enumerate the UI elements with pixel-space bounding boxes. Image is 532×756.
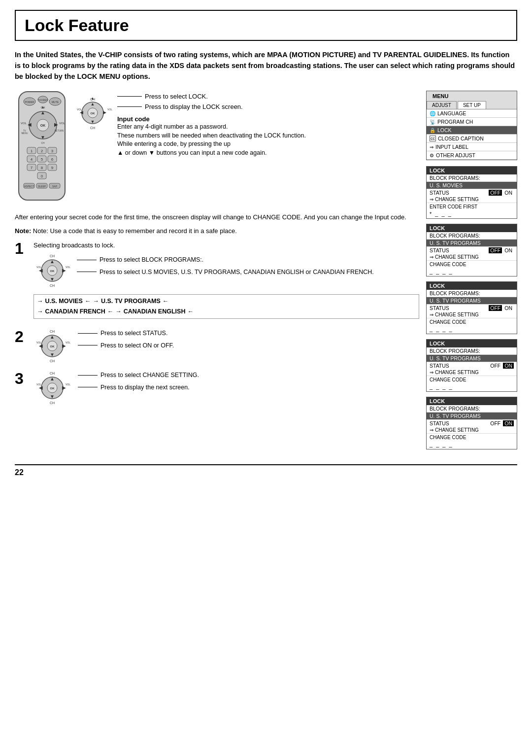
lock-status-label-4: STATUS: [430, 363, 449, 369]
right-arrow-icon-1: →: [37, 297, 43, 306]
svg-text:3: 3: [51, 149, 54, 153]
svg-text:CH: CH: [50, 372, 55, 375]
lock-change-label-1: CHANGE SETTING: [435, 197, 479, 202]
svg-text:MUTE: MUTE: [52, 101, 59, 103]
lock-block-label-5: BLOCK PROGRAMS:: [427, 405, 517, 412]
lock-screens-container: LOCK BLOCK PROGRAMS: U. S. MOVIES STATUS…: [426, 166, 517, 449]
lock-title-1: LOCK: [427, 167, 517, 174]
adjust-icon: ⚙: [430, 153, 434, 158]
svg-text:▲: ▲: [91, 102, 95, 106]
lock-status-row-1: STATUS OFF ON: [427, 189, 517, 196]
lock-code-2: _ _ _ _: [427, 268, 517, 276]
step3-arrow2: Press to display the next screen.: [100, 383, 190, 392]
change-arrow-icon-5: ⇒: [430, 427, 433, 433]
change-arrow-icon-3: ⇒: [430, 312, 433, 317]
svg-text:8: 8: [41, 166, 43, 170]
other-adjust-label: OTHER ADJUST: [436, 152, 475, 158]
top-remote-section: POWER TV/VIDEO MUTE ▲ CH OK VOL ◀: [15, 91, 419, 206]
svg-text:▼: ▼: [40, 135, 45, 140]
full-remote-image: POWER TV/VIDEO MUTE ▲ CH OK VOL ◀: [15, 91, 69, 206]
menu-title: MENU: [430, 92, 451, 100]
lock-block-value-4: U. S. TV PROGRAMS: [427, 355, 517, 362]
svg-text:CH: CH: [50, 284, 55, 287]
step3-arrow1: Press to select CHANGE SETTING.: [100, 371, 199, 380]
down-arrow-icon: ▼: [149, 149, 155, 156]
arrow2-label-p1: Press to display the LOCK screen.: [145, 103, 243, 110]
input-code-text5: buttons you can input a new code again.: [157, 149, 267, 156]
step3-block: 3 CH OK VOL ◀ VOL ▶ ▲ ▼ CH: [15, 371, 419, 407]
svg-text:RETURN: RETURN: [55, 130, 64, 132]
svg-text:CH: CH: [50, 401, 55, 405]
svg-text:▼: ▼: [50, 276, 55, 282]
svg-text:CH: CH: [90, 126, 95, 130]
change-arrow-icon-4: ⇒: [430, 370, 433, 375]
arrow1-label: Press to select LOCK.: [145, 93, 208, 100]
step1-text: Selecting broadcasts to lock.: [33, 241, 419, 250]
svg-text:OK: OK: [40, 124, 46, 127]
svg-text:◀: ◀: [39, 385, 43, 390]
input-label-label: INPUT LABEL: [435, 144, 468, 150]
main-content: POWER TV/VIDEO MUTE ▲ CH OK VOL ◀: [15, 91, 517, 454]
page-title-box: Lock Feature: [15, 10, 517, 41]
up-arrow-icon: ▲: [117, 149, 123, 156]
lock-title-3: LOCK: [427, 282, 517, 290]
lock-change-row-3: ⇒ CHANGE SETTING: [427, 311, 517, 318]
closed-caption-label: CLOSED CAPTION: [438, 136, 484, 141]
right-column: MENU ADJUST SET UP 🌐 LANGUAGE 📡 PROGRAM …: [426, 91, 517, 454]
svg-text:▲: ▲: [91, 96, 95, 101]
lock-status-row-5: STATUS OFF ON: [427, 420, 517, 427]
menu-tab-setup[interactable]: SET UP: [458, 101, 486, 109]
prog-arrows: → U.S. MOVIES ← → U.S. TV PROGRAMS ← → C…: [33, 294, 419, 319]
menu-row-language: 🌐 LANGUAGE: [427, 109, 517, 118]
lock-code-4: _ _ _ _: [427, 383, 517, 391]
step1-arrow1: Press to select BLOCK PROGRAMS:.: [100, 255, 203, 265]
step2-arrow2: Press to select ON or OFF.: [100, 341, 174, 350]
menu-tab-adjust[interactable]: ADJUST: [427, 101, 457, 109]
lock-screen-4: LOCK BLOCK PROGRAMS: U. S. TV PROGRAMS S…: [426, 339, 517, 392]
lock-status-label-3: STATUS: [430, 305, 449, 311]
step1-arrow2: Press to select U.S MOVIES, U.S. TV PROG…: [100, 268, 374, 277]
menu-row-lock: 🔒 LOCK: [427, 126, 517, 135]
lock-status-row-2: STATUS OFF ON: [427, 247, 517, 254]
svg-text:OK: OK: [50, 387, 55, 390]
lock-off-on-3: OFF ON: [489, 305, 514, 311]
lock-title-5: LOCK: [427, 397, 517, 405]
lock-off-4: OFF: [489, 363, 502, 369]
input-code-text3: While entering a code, by pressing the u…: [117, 140, 419, 149]
svg-text:▲: ▲: [50, 259, 55, 264]
lock-change-label-5: CHANGE SETTING: [435, 427, 479, 433]
svg-text:VOL: VOL: [66, 341, 70, 344]
svg-text:1: 1: [31, 149, 33, 153]
menu-header: MENU: [427, 91, 517, 101]
svg-text:ASPECT: ASPECT: [24, 185, 34, 188]
lock-title-4: LOCK: [427, 340, 517, 347]
svg-text:VOL: VOL: [59, 122, 66, 125]
menu-row-other-adjust: ⚙ OTHER ADJUST: [427, 151, 517, 160]
lock-block-value-1: U. S. MOVIES: [427, 182, 517, 189]
svg-text:▼: ▼: [50, 394, 55, 399]
lock-extra-label-1: ENTER CODE FIRST: [427, 203, 517, 210]
svg-text:5: 5: [41, 157, 43, 162]
svg-text:0: 0: [41, 174, 43, 178]
step1-content: Selecting broadcasts to lock. CH OK VOL …: [33, 241, 419, 323]
svg-text:CH: CH: [50, 330, 55, 333]
intro-paragraph: In the United States, the V-CHIP consist…: [15, 50, 517, 82]
lock-extra-label-2: CHANGE CODE: [427, 261, 517, 268]
lock-on-5: ON: [503, 420, 514, 426]
step1-text-area: Selecting broadcasts to lock. CH OK VOL …: [33, 241, 419, 323]
lock-off-on-4: OFF ON: [489, 363, 514, 369]
lock-block-label-2: BLOCK PROGRAMS:: [427, 232, 517, 240]
lock-screen-3: LOCK BLOCK PROGRAMS: U. S. TV PROGRAMS S…: [426, 281, 517, 334]
step3-content: CH OK VOL ◀ VOL ▶ ▲ ▼ CH: [33, 371, 419, 407]
step2-arrow1: Press to select STATUS.: [100, 329, 167, 338]
svg-text:◀: ◀: [39, 268, 43, 273]
lock-on-2: ON: [503, 247, 514, 253]
svg-text:▶: ▶: [62, 268, 66, 273]
globe-icon: 🌐: [430, 111, 435, 116]
svg-text:VOL: VOL: [66, 383, 70, 386]
lock-off-1: OFF: [489, 190, 502, 196]
arrow-row-1: → U.S. MOVIES ← → U.S. TV PROGRAMS ←: [37, 297, 416, 306]
lock-on-4: ON: [503, 363, 514, 369]
note-text: Note: Note: Use a code that is easy to r…: [15, 226, 419, 236]
svg-text:2: 2: [41, 149, 43, 153]
